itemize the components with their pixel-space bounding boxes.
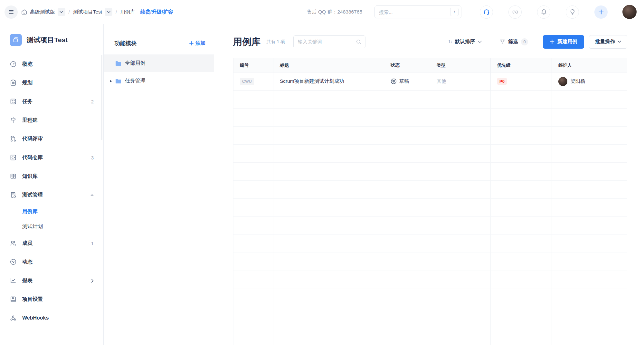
global-search-box[interactable]: / <box>374 5 461 18</box>
priority-badge: P0 <box>497 78 507 85</box>
home-icon[interactable] <box>21 9 27 15</box>
column-header-title: 标题 <box>273 58 384 72</box>
empty-table-row <box>233 235 627 253</box>
filter-button[interactable]: 筛选 0 <box>500 38 528 45</box>
sidebar-item-milestones[interactable]: 里程碑 <box>0 111 103 129</box>
sidebar-item-tasks[interactable]: 任务 2 <box>0 92 103 111</box>
breadcrumb-separator: / <box>69 9 70 15</box>
table-row[interactable]: CWU Scrum项目新建测试计划成功 草稿 其他 P0 梁阳杨 <box>233 72 627 91</box>
module-panel-header: 功能模块 添加 <box>104 24 214 54</box>
empty-table-row <box>233 253 627 271</box>
add-module-button[interactable]: 添加 <box>189 40 205 47</box>
empty-table-row <box>233 307 627 325</box>
project-title: 测试项目Test <box>27 35 68 44</box>
batch-actions-button[interactable]: 批量操作 <box>589 35 627 49</box>
empty-table-row <box>233 127 627 145</box>
empty-table-row <box>233 163 627 181</box>
empty-table-row <box>233 109 627 127</box>
type-label: 其他 <box>437 78 446 84</box>
tasks-count-badge: 2 <box>91 99 94 104</box>
sidebar-item-overview[interactable]: 概览 <box>0 55 103 73</box>
tree-node-all-cases[interactable]: 全部用例 <box>104 54 214 72</box>
caret-right-icon[interactable] <box>109 80 112 83</box>
breadcrumb-separator: / <box>116 9 117 15</box>
sidebar-item-test-management[interactable]: 测试管理 <box>0 186 103 204</box>
sidebar-item-code-review[interactable]: 代码评审 <box>0 129 103 148</box>
upgrade-link[interactable]: 续费/升级/扩容 <box>140 9 173 15</box>
column-header-type: 类型 <box>430 58 491 72</box>
table-header-row: 编号 标题 状态 类型 优先级 维护人 <box>233 58 627 72</box>
sidebar-item-project-settings[interactable]: 项目设置 <box>0 290 103 309</box>
empty-table-row <box>233 289 627 307</box>
pipeline-loop-icon <box>512 8 519 15</box>
module-panel: 功能模块 添加 全部用例 任务管理 <box>104 24 214 345</box>
top-header: 高级测试版 / 测试项目Test / 用例库 续费/升级/扩容 售后 QQ 群：… <box>0 0 644 24</box>
global-search-input[interactable] <box>379 9 450 15</box>
qq-group-text: 售后 QQ 群：248386765 <box>307 9 362 15</box>
chart-icon <box>10 277 17 284</box>
plus-icon <box>550 39 554 44</box>
tree-node-task-management[interactable]: 任务管理 <box>104 72 214 90</box>
clipboard-icon <box>10 79 17 86</box>
members-count-badge: 1 <box>91 241 94 246</box>
sidebar-item-repositories[interactable]: 代码仓库 3 <box>0 148 103 167</box>
sidebar-item-test-plans[interactable]: 测试计划 <box>0 219 103 234</box>
new-case-button[interactable]: 新建用例 <box>543 35 584 49</box>
table-empty-rows <box>233 91 627 345</box>
project-switcher-button[interactable] <box>105 8 112 16</box>
sidebar-item-case-library[interactable]: 用例库 <box>0 204 103 219</box>
header-right-group: 售后 QQ 群：248386765 / <box>307 5 637 19</box>
sidebar-item-activity[interactable]: 动态 <box>0 253 103 271</box>
breadcrumb-org[interactable]: 高级测试版 <box>30 9 55 15</box>
plus-icon <box>598 9 604 15</box>
chevron-right-icon <box>91 279 94 283</box>
case-table: 编号 标题 状态 类型 优先级 维护人 CWU Scrum项目新建测试计划成功 … <box>233 58 627 345</box>
checklist-icon <box>10 98 17 105</box>
keyword-search-input[interactable] <box>298 39 356 44</box>
keyword-search-box[interactable] <box>293 35 365 48</box>
empty-table-row <box>233 181 627 199</box>
sidebar-scrollbar[interactable] <box>101 55 102 140</box>
status-cell: 草稿 <box>391 78 409 84</box>
repos-count-badge: 3 <box>91 155 94 160</box>
hamburger-menu-button[interactable] <box>5 5 18 19</box>
test-doc-icon <box>10 191 17 198</box>
gauge-icon <box>10 61 17 68</box>
sidebar-item-wiki[interactable]: 知识库 <box>0 167 103 186</box>
sort-dropdown[interactable]: 1↓ 默认排序 <box>448 38 482 45</box>
chevron-down-icon <box>107 11 110 13</box>
empty-table-row <box>233 199 627 217</box>
collapse-up-icon <box>90 194 94 196</box>
empty-table-row <box>233 91 627 109</box>
module-panel-title: 功能模块 <box>115 40 137 47</box>
empty-table-row <box>233 343 627 345</box>
tips-button[interactable] <box>566 5 579 19</box>
column-header-priority: 优先级 <box>491 58 552 72</box>
user-avatar[interactable] <box>622 5 637 19</box>
global-create-button[interactable] <box>594 5 608 19</box>
funnel-icon <box>500 39 505 44</box>
hamburger-icon <box>8 9 14 15</box>
case-id-badge: CWU <box>240 78 254 85</box>
sidebar-item-webhooks[interactable]: WebHooks <box>0 309 103 327</box>
status-label: 草稿 <box>399 78 409 84</box>
filter-count-badge: 0 <box>521 38 528 45</box>
project-sidebar: 测试项目Test 概览 规划 任务 2 里程碑 代码评审 代码仓库 3 <box>0 24 104 345</box>
org-switcher-button[interactable] <box>58 8 65 16</box>
notifications-button[interactable] <box>537 5 550 19</box>
customer-service-button[interactable] <box>480 5 493 19</box>
activity-icon <box>10 258 17 265</box>
users-icon <box>10 240 17 247</box>
pipeline-button[interactable] <box>508 5 522 19</box>
maintainer-name: 梁阳杨 <box>571 78 585 84</box>
chevron-down-icon <box>60 11 63 13</box>
total-count-text: 共有 1 项 <box>267 39 285 45</box>
sidebar-item-planning[interactable]: 规划 <box>0 73 103 92</box>
breadcrumb-project[interactable]: 测试项目Test <box>73 9 102 15</box>
pull-request-icon <box>10 135 17 142</box>
sidebar-item-members[interactable]: 成员 1 <box>0 234 103 253</box>
draft-status-icon <box>391 78 397 84</box>
settings-book-icon <box>10 296 17 303</box>
sidebar-item-reports[interactable]: 报表 <box>0 271 103 290</box>
case-title-link[interactable]: Scrum项目新建测试计划成功 <box>280 78 344 85</box>
